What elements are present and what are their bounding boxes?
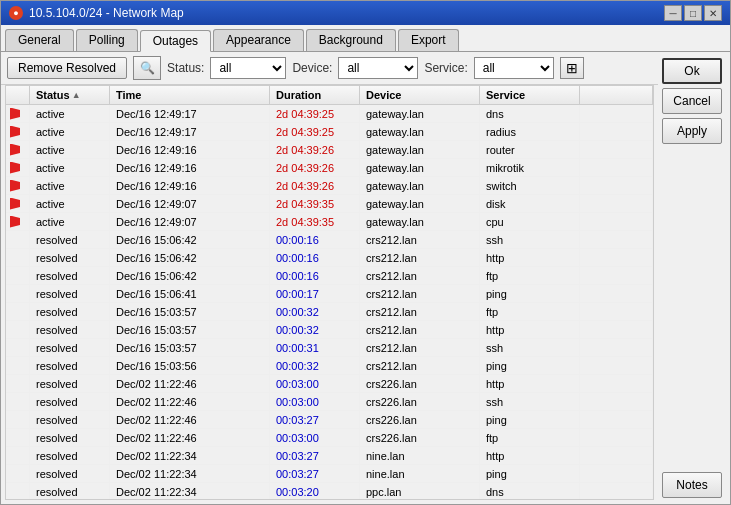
- binoculars-button[interactable]: 🔍: [133, 56, 161, 80]
- status-cell: resolved: [30, 393, 110, 410]
- status-cell: active: [30, 141, 110, 158]
- extra-cell: [580, 267, 653, 284]
- table-row[interactable]: resolvedDec/02 11:22:3400:03:27nine.lanh…: [6, 447, 653, 465]
- table-row[interactable]: resolvedDec/16 15:06:4200:00:16crs212.la…: [6, 249, 653, 267]
- device-cell: crs212.lan: [360, 267, 480, 284]
- extra-cell: [580, 429, 653, 446]
- device-select[interactable]: all: [338, 57, 418, 79]
- apply-button[interactable]: Apply: [662, 118, 722, 144]
- table-row[interactable]: resolvedDec/16 15:06:4200:00:16crs212.la…: [6, 231, 653, 249]
- status-cell: resolved: [30, 429, 110, 446]
- main-window: ● 10.5.104.0/24 - Network Map ─ □ ✕ Gene…: [0, 0, 731, 505]
- table-row[interactable]: activeDec/16 12:49:172d 04:39:25gateway.…: [6, 105, 653, 123]
- col-duration[interactable]: Duration: [270, 86, 360, 104]
- table-row[interactable]: activeDec/16 12:49:172d 04:39:25gateway.…: [6, 123, 653, 141]
- extra-cell: [580, 483, 653, 499]
- service-cell: dns: [480, 105, 580, 122]
- tab-outages[interactable]: Outages: [140, 30, 211, 52]
- device-cell: gateway.lan: [360, 105, 480, 122]
- col-status[interactable]: Status ▲: [30, 86, 110, 104]
- status-cell: active: [30, 159, 110, 176]
- toolbar: Remove Resolved 🔍 Status: all active res…: [1, 52, 658, 85]
- close-button[interactable]: ✕: [704, 5, 722, 21]
- remove-resolved-button[interactable]: Remove Resolved: [7, 57, 127, 79]
- extra-cell: [580, 123, 653, 140]
- time-cell: Dec/16 15:03:57: [110, 321, 270, 338]
- table-row[interactable]: resolvedDec/16 15:03:5600:00:32crs212.la…: [6, 357, 653, 375]
- device-cell: gateway.lan: [360, 141, 480, 158]
- service-cell: http: [480, 447, 580, 464]
- cancel-button[interactable]: Cancel: [662, 88, 722, 114]
- status-cell: active: [30, 123, 110, 140]
- maximize-button[interactable]: □: [684, 5, 702, 21]
- table-row[interactable]: activeDec/16 12:49:072d 04:39:35gateway.…: [6, 213, 653, 231]
- duration-cell: 00:03:00: [270, 375, 360, 392]
- extra-cell: [580, 195, 653, 212]
- extra-cell: [580, 339, 653, 356]
- minimize-button[interactable]: ─: [664, 5, 682, 21]
- device-cell: gateway.lan: [360, 177, 480, 194]
- device-cell: crs212.lan: [360, 321, 480, 338]
- service-cell: dns: [480, 483, 580, 499]
- table-row[interactable]: resolvedDec/02 11:22:3400:03:27nine.lanp…: [6, 465, 653, 483]
- table-row[interactable]: resolvedDec/16 15:06:4100:00:17crs212.la…: [6, 285, 653, 303]
- status-cell: resolved: [30, 285, 110, 302]
- table-row[interactable]: resolvedDec/02 11:22:3400:03:20ppc.landn…: [6, 483, 653, 499]
- ok-button[interactable]: Ok: [662, 58, 722, 84]
- extra-cell: [580, 303, 653, 320]
- service-cell: ftp: [480, 303, 580, 320]
- service-cell: http: [480, 249, 580, 266]
- status-cell: resolved: [30, 411, 110, 428]
- service-cell: mikrotik: [480, 159, 580, 176]
- status-select[interactable]: all active resolved: [210, 57, 286, 79]
- duration-cell: 00:03:00: [270, 429, 360, 446]
- duration-cell: 2d 04:39:35: [270, 213, 360, 230]
- tab-export[interactable]: Export: [398, 29, 459, 51]
- col-service[interactable]: Service: [480, 86, 580, 104]
- flag-cell: [6, 465, 30, 482]
- table-row[interactable]: activeDec/16 12:49:162d 04:39:26gateway.…: [6, 177, 653, 195]
- col-device[interactable]: Device: [360, 86, 480, 104]
- device-cell: nine.lan: [360, 447, 480, 464]
- service-cell: ping: [480, 285, 580, 302]
- status-cell: active: [30, 195, 110, 212]
- status-cell: resolved: [30, 447, 110, 464]
- tab-background[interactable]: Background: [306, 29, 396, 51]
- table-row[interactable]: resolvedDec/02 11:22:4600:03:00crs226.la…: [6, 375, 653, 393]
- table-row[interactable]: resolvedDec/16 15:03:5700:00:31crs212.la…: [6, 339, 653, 357]
- table-row[interactable]: activeDec/16 12:49:162d 04:39:26gateway.…: [6, 159, 653, 177]
- time-cell: Dec/02 11:22:34: [110, 447, 270, 464]
- time-cell: Dec/16 12:49:07: [110, 213, 270, 230]
- flag-cell: [6, 357, 30, 374]
- flag-cell: [6, 321, 30, 338]
- tab-polling[interactable]: Polling: [76, 29, 138, 51]
- tab-general[interactable]: General: [5, 29, 74, 51]
- tab-appearance[interactable]: Appearance: [213, 29, 304, 51]
- device-cell: crs226.lan: [360, 393, 480, 410]
- table-row[interactable]: activeDec/16 12:49:162d 04:39:26gateway.…: [6, 141, 653, 159]
- table-row[interactable]: resolvedDec/16 15:03:5700:00:32crs212.la…: [6, 303, 653, 321]
- table-row[interactable]: resolvedDec/16 15:03:5700:00:32crs212.la…: [6, 321, 653, 339]
- table-row[interactable]: resolvedDec/02 11:22:4600:03:00crs226.la…: [6, 393, 653, 411]
- flag-cell: [6, 105, 30, 122]
- time-cell: Dec/16 15:06:42: [110, 249, 270, 266]
- notes-button[interactable]: Notes: [662, 472, 722, 498]
- grid-icon-button[interactable]: ⊞: [560, 57, 584, 79]
- device-cell: crs212.lan: [360, 285, 480, 302]
- duration-cell: 2d 04:39:25: [270, 123, 360, 140]
- service-select[interactable]: all: [474, 57, 554, 79]
- service-cell: ping: [480, 411, 580, 428]
- service-cell: ping: [480, 357, 580, 374]
- table-row[interactable]: resolvedDec/02 11:22:4600:03:27crs226.la…: [6, 411, 653, 429]
- duration-cell: 2d 04:39:26: [270, 159, 360, 176]
- table-row[interactable]: resolvedDec/16 15:06:4200:00:16crs212.la…: [6, 267, 653, 285]
- flag-cell: [6, 195, 30, 212]
- table-row[interactable]: resolvedDec/02 11:22:4600:03:00crs226.la…: [6, 429, 653, 447]
- device-cell: crs212.lan: [360, 231, 480, 248]
- col-time[interactable]: Time: [110, 86, 270, 104]
- service-label: Service:: [424, 61, 467, 75]
- outages-table: Status ▲ Time Duration Device Service ac…: [5, 85, 654, 500]
- table-row[interactable]: activeDec/16 12:49:072d 04:39:35gateway.…: [6, 195, 653, 213]
- extra-cell: [580, 465, 653, 482]
- flag-cell: [6, 483, 30, 499]
